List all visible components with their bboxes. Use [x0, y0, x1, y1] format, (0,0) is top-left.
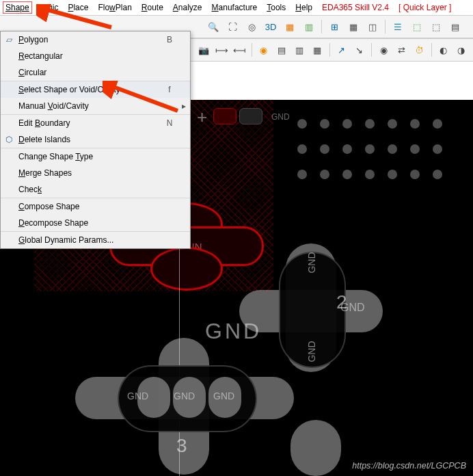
num-2: 2: [336, 291, 347, 313]
pad-tr1: [213, 108, 236, 124]
menu-item-change-shape-type[interactable]: Change Shape Type: [1, 148, 190, 165]
toolbar-1: ▱PolygonBRectangularCircularSelect Shape…: [0, 16, 473, 38]
menu-route[interactable]: Route: [141, 3, 163, 12]
menu-item-polygon[interactable]: ▱PolygonB: [1, 31, 190, 48]
tool-b-icon[interactable]: ◑: [454, 42, 469, 58]
menu-item-edit-boundary[interactable]: Edit BoundaryN: [1, 115, 190, 131]
menu-row-label: Change Shape Type: [17, 152, 161, 161]
padstack-icon[interactable]: ◉: [376, 42, 391, 58]
num-3: 3: [176, 435, 187, 457]
dim-v-icon[interactable]: ⟻: [232, 42, 247, 58]
camera-icon[interactable]: 📷: [196, 42, 211, 58]
menu-row-label: Edit Boundary: [17, 118, 161, 128]
odb-icon[interactable]: ◉: [256, 42, 271, 58]
zoom-window-icon[interactable]: ⛶: [224, 18, 241, 35]
menu-item-check[interactable]: Check: [1, 181, 190, 198]
gnd-big: GND: [205, 319, 262, 344]
menu-tools[interactable]: Tools: [267, 3, 286, 12]
quick-layer[interactable]: [ Quick Layer ]: [398, 3, 451, 12]
menu-item-decompose-shape[interactable]: Decompose Shape: [1, 215, 190, 232]
color-icon[interactable]: ▦: [345, 18, 362, 35]
menu-item-select-shape-or-void-cavity[interactable]: Select Shape or Void/Cavityf: [1, 81, 190, 98]
menu-item-merge-shapes[interactable]: Merge Shapes: [1, 165, 190, 181]
menu-item-circular[interactable]: Circular: [1, 64, 190, 81]
layers-icon[interactable]: ▦: [310, 42, 325, 58]
grid-icon[interactable]: ⊞: [326, 18, 342, 35]
menu-item-rectangular[interactable]: Rectangular: [1, 48, 190, 64]
menu-row-label: Select Shape or Void/Cavity: [17, 85, 161, 94]
shape-dropdown: ▱PolygonBRectangularCircularSelect Shape…: [0, 31, 191, 249]
menu-logic[interactable]: Logic: [39, 3, 59, 12]
unrats-icon[interactable]: ↘: [352, 42, 367, 58]
menu-row-icon: ⬡: [1, 135, 17, 144]
tool-a-icon[interactable]: ◐: [436, 42, 451, 58]
xsection-icon[interactable]: ▤: [447, 18, 463, 35]
menu-flowplan[interactable]: FlowPlan: [98, 3, 131, 12]
menu-row-label: Global Dynamic Params...: [17, 235, 161, 245]
zoom-fit-icon[interactable]: 🔍: [205, 18, 221, 35]
pad-br: [290, 420, 341, 476]
report-icon[interactable]: ▤: [274, 42, 289, 58]
menu-row-label: Circular: [17, 68, 161, 77]
delay-icon[interactable]: ⏱: [411, 42, 427, 58]
3d-icon[interactable]: 3D: [262, 18, 279, 35]
menu-analyze[interactable]: Analyze: [173, 3, 202, 12]
layer-icon[interactable]: ▥: [301, 18, 317, 35]
flip-icon[interactable]: ▦: [282, 18, 298, 35]
menu-row-icon: ▱: [1, 35, 17, 44]
pad-tr2: [239, 108, 262, 124]
menu-row-label: Check: [17, 185, 161, 194]
drc-update-icon[interactable]: ⬚: [428, 18, 444, 35]
ratsnest-icon[interactable]: ↗: [334, 42, 349, 58]
menu-row-label: Manual Void/Cavity: [17, 101, 161, 111]
zoom-prev-icon[interactable]: ◎: [243, 18, 260, 35]
constraint-icon[interactable]: ☰: [390, 18, 406, 35]
gnd-label-top: GND: [271, 112, 290, 122]
menu-shape[interactable]: Shape: [3, 1, 32, 14]
menu-row-label: Delete Islands: [17, 135, 161, 144]
menu-item-compose-shape[interactable]: Compose Shape: [1, 198, 190, 215]
menu-item-global-dynamic-params-[interactable]: Global Dynamic Params...: [1, 232, 190, 248]
watermark: https://blog.csdn.net/LGCPCB: [352, 461, 466, 471]
menu-item-manual-void-cavity[interactable]: Manual Void/Cavity▸: [1, 98, 190, 115]
plus-icon: +: [197, 107, 207, 128]
stack-icon[interactable]: ▥: [292, 42, 307, 58]
menu-place[interactable]: Place: [68, 3, 88, 12]
shadow-icon[interactable]: ◫: [364, 18, 381, 35]
menu-item-delete-islands[interactable]: ⬡Delete Islands: [1, 131, 190, 148]
skill-version: EDA365 Skill V2.4: [322, 3, 389, 12]
menu-row-label: Decompose Shape: [17, 218, 161, 228]
menu-row-label: Polygon: [17, 35, 161, 44]
menu-help[interactable]: Help: [295, 3, 312, 12]
menu-row-label: Merge Shapes: [17, 168, 161, 178]
menu-row-label: Compose Shape: [17, 202, 161, 211]
menubar: Shape Logic Place FlowPlan Route Analyze…: [0, 0, 473, 16]
menu-manufacture[interactable]: Manufacture: [212, 3, 258, 12]
menu-row-label: Rectangular: [17, 51, 161, 61]
drc-icon[interactable]: ⬚: [409, 18, 425, 35]
dim-h-icon[interactable]: ⟼: [214, 42, 229, 58]
swap-icon[interactable]: ⇄: [394, 42, 409, 58]
